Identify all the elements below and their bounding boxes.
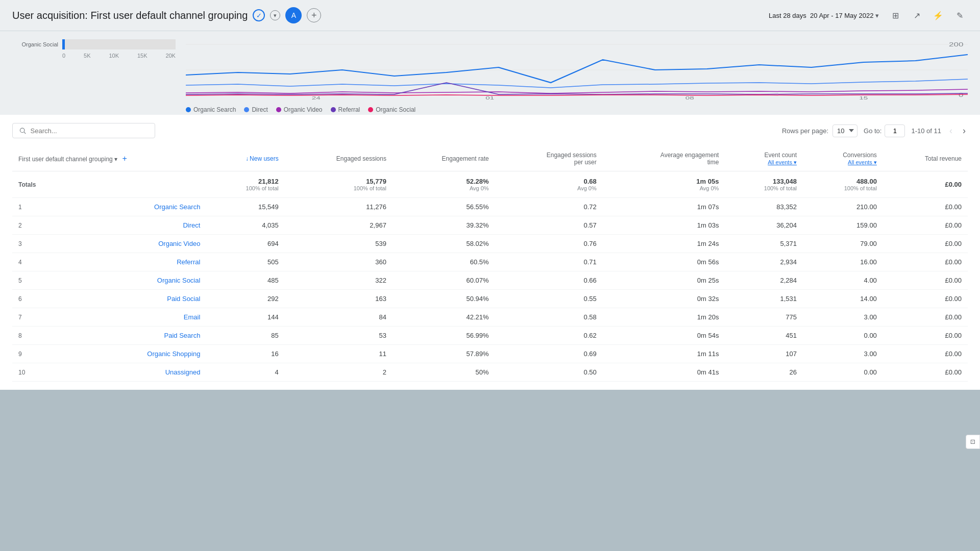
row-engagement-rate: 60.07% <box>393 271 495 290</box>
prev-page-button[interactable]: ‹ <box>947 124 954 137</box>
row-event-count: 2,284 <box>725 271 803 290</box>
row-conversions: 16.00 <box>803 253 883 271</box>
row-new-users: 4 <box>206 363 284 382</box>
row-event-count: 107 <box>725 345 803 363</box>
row-engagement-rate: 60.5% <box>393 253 495 271</box>
row-conversions: 3.00 <box>803 308 883 327</box>
row-avg-engagement-time: 0m 25s <box>603 271 725 290</box>
rows-per-page-select[interactable]: 10 25 50 <box>832 124 857 137</box>
row-channel[interactable]: Organic Search <box>33 198 206 216</box>
row-sessions-per-user: 0.58 <box>495 308 603 327</box>
add-button[interactable]: + <box>307 8 321 22</box>
next-page-button[interactable]: › <box>961 124 968 137</box>
row-rank: 9 <box>12 345 33 363</box>
row-channel[interactable]: Direct <box>33 216 206 235</box>
conversions-filter[interactable]: All events ▾ <box>848 159 877 165</box>
col-header-event-count[interactable]: Event count All events ▾ <box>725 146 803 171</box>
top-bar-right: Last 28 days 20 Apr - 17 May 2022 ▾ ⊞ ↗ … <box>769 7 968 23</box>
row-engagement-rate: 56.55% <box>393 198 495 216</box>
row-revenue: £0.00 <box>883 253 968 271</box>
row-sessions-per-user: 0.76 <box>495 235 603 253</box>
search-box[interactable] <box>12 123 155 138</box>
totals-new-users: 21,812 100% of total <box>206 171 284 198</box>
bar-axis: 0 5K 10K 15K 20K <box>62 53 176 59</box>
legend-direct[interactable]: Direct <box>244 106 267 113</box>
totals-revenue: £0.00 <box>883 171 968 198</box>
top-bar: User acquisition: First user default cha… <box>0 0 980 31</box>
row-avg-engagement-time: 1m 03s <box>603 216 725 235</box>
svg-text:May: May <box>482 100 498 101</box>
row-sessions-per-user: 0.71 <box>495 253 603 271</box>
avatar[interactable]: A <box>285 7 302 23</box>
col-header-engaged-sessions[interactable]: Engaged sessions <box>285 146 393 171</box>
goto-label: Go to: <box>864 127 881 135</box>
row-conversions: 0.00 <box>803 363 883 382</box>
row-engaged-sessions: 11,276 <box>285 198 393 216</box>
row-event-count: 36,204 <box>725 216 803 235</box>
legend-organic-video[interactable]: Organic Video <box>276 106 323 113</box>
row-revenue: £0.00 <box>883 327 968 345</box>
row-channel[interactable]: Paid Social <box>33 290 206 308</box>
event-count-filter[interactable]: All events ▾ <box>768 159 797 165</box>
chart-legend: Organic Search Direct Organic Video Refe… <box>186 102 968 115</box>
row-channel[interactable]: Organic Social <box>33 271 206 290</box>
legend-organic-search[interactable]: Organic Search <box>186 106 236 113</box>
col-header-avg-engagement-time[interactable]: Average engagementtime <box>603 146 725 171</box>
legend-referral[interactable]: Referral <box>331 106 360 113</box>
insights-icon[interactable]: ⚡ <box>930 7 946 23</box>
row-engaged-sessions: 322 <box>285 271 393 290</box>
row-revenue: £0.00 <box>883 198 968 216</box>
row-channel[interactable]: Organic Video <box>33 235 206 253</box>
row-channel[interactable]: Referral <box>33 253 206 271</box>
row-new-users: 85 <box>206 327 284 345</box>
row-conversions: 4.00 <box>803 271 883 290</box>
col-header-channel[interactable]: First user default channel grouping ▾ + <box>12 146 206 171</box>
row-new-users: 16 <box>206 345 284 363</box>
col-header-engagement-rate[interactable]: Engagement rate <box>393 146 495 171</box>
row-event-count: 2,934 <box>725 253 803 271</box>
totals-engaged-sessions-per-user: 0.68 Avg 0% <box>495 171 603 198</box>
totals-row: Totals 21,812 100% of total 15,779 100% … <box>12 171 968 198</box>
row-channel[interactable]: Unassigned <box>33 363 206 382</box>
edit-icon[interactable]: ✎ <box>951 7 968 23</box>
report-icon[interactable]: ⊞ <box>887 7 903 23</box>
table-row: 5 Organic Social 485 322 60.07% 0.66 0m … <box>12 271 968 290</box>
data-table: First user default channel grouping ▾ + … <box>12 146 968 382</box>
title-dropdown[interactable]: ▾ <box>270 10 280 20</box>
col-header-conversions[interactable]: Conversions All events ▾ <box>803 146 883 171</box>
goto-input[interactable] <box>885 124 905 137</box>
col-header-total-revenue[interactable]: Total revenue <box>883 146 968 171</box>
row-channel[interactable]: Organic Shopping <box>33 345 206 363</box>
row-sessions-per-user: 0.72 <box>495 198 603 216</box>
legend-organic-social[interactable]: Organic Social <box>368 106 415 113</box>
row-new-users: 694 <box>206 235 284 253</box>
table-toolbar: Rows per page: 10 25 50 Go to: 1-10 of 1… <box>12 123 968 138</box>
row-channel[interactable]: Email <box>33 308 206 327</box>
svg-text:08: 08 <box>685 95 694 101</box>
bar-label: Organic Social <box>12 41 58 47</box>
totals-label: Totals <box>12 171 206 198</box>
row-sessions-per-user: 0.57 <box>495 216 603 235</box>
col-header-engaged-sessions-per-user[interactable]: Engaged sessionsper user <box>495 146 603 171</box>
col-header-new-users[interactable]: ↓New users <box>206 146 284 171</box>
share-icon[interactable]: ↗ <box>909 7 925 23</box>
date-range[interactable]: Last 28 days 20 Apr - 17 May 2022 ▾ <box>769 12 879 19</box>
row-conversions: 0.00 <box>803 327 883 345</box>
page-count: 1-10 of 11 <box>911 127 941 135</box>
row-rank: 3 <box>12 235 33 253</box>
table-row: 10 Unassigned 4 2 50% 0.50 0m 41s 26 0.0… <box>12 363 968 382</box>
row-avg-engagement-time: 1m 20s <box>603 308 725 327</box>
date-label: Last 28 days <box>769 12 806 19</box>
feedback-button[interactable]: ⊡ <box>966 435 980 449</box>
bar-row: Organic Social <box>12 39 176 49</box>
row-avg-engagement-time: 1m 24s <box>603 235 725 253</box>
totals-engaged-sessions: 15,779 100% of total <box>285 171 393 198</box>
date-value: 20 Apr - 17 May 2022 <box>810 12 873 19</box>
row-channel[interactable]: Paid Search <box>33 327 206 345</box>
row-engaged-sessions: 2,967 <box>285 216 393 235</box>
row-event-count: 775 <box>725 308 803 327</box>
table-row: 9 Organic Shopping 16 11 57.89% 0.69 1m … <box>12 345 968 363</box>
table-row: 4 Referral 505 360 60.5% 0.71 0m 56s 2,9… <box>12 253 968 271</box>
row-new-users: 4,035 <box>206 216 284 235</box>
search-input[interactable] <box>31 127 149 135</box>
